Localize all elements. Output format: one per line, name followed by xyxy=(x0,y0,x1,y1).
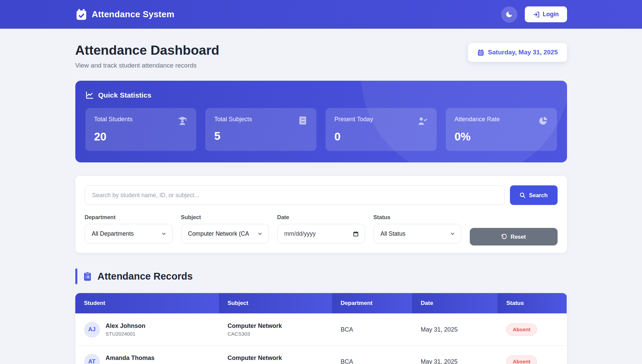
subject-name: Computer Network xyxy=(228,322,323,330)
stat-value: 0% xyxy=(455,130,548,143)
date-input[interactable]: mm/dd/yyyy xyxy=(277,224,365,243)
app-header: Attendance System Login xyxy=(0,0,642,29)
date-badge-label: Saturday, May 31, 2025 xyxy=(488,49,558,56)
brand-title: Attendance System xyxy=(92,9,175,20)
stat-value: 20 xyxy=(94,130,188,143)
stat-card-total-subjects: Total Subjects 5 xyxy=(205,108,316,151)
heading-accent-bar xyxy=(75,268,77,284)
department-value: BCA xyxy=(332,351,412,364)
date-value: May 31, 2025 xyxy=(412,351,497,364)
page-title: Attendance Dashboard xyxy=(75,43,220,58)
pie-chart-icon xyxy=(538,116,548,126)
login-button[interactable]: Login xyxy=(525,6,567,22)
reset-button-label: Reset xyxy=(511,234,526,240)
avatar: AJ xyxy=(84,322,100,338)
undo-icon xyxy=(501,234,507,240)
theme-toggle-button[interactable] xyxy=(501,6,517,23)
status-badge: Absent xyxy=(506,323,537,336)
search-button[interactable]: Search xyxy=(510,185,558,205)
date-value: May 31, 2025 xyxy=(412,319,497,340)
attendance-table: Student Subject Department Date Status A… xyxy=(75,293,567,364)
student-name: Alex Johnson xyxy=(106,322,146,330)
subject-name: Computer Network xyxy=(228,355,323,362)
calendar-check-icon xyxy=(75,8,87,21)
records-title: Attendance Records xyxy=(98,271,193,282)
stat-label: Total Subjects xyxy=(214,116,252,123)
stat-label: Attendance Rate xyxy=(455,116,500,123)
column-header-student: Student xyxy=(75,293,219,313)
avatar: AT xyxy=(84,354,100,364)
book-icon xyxy=(298,116,308,125)
calendar-icon xyxy=(477,49,484,56)
stat-card-attendance-rate: Attendance Rate 0% xyxy=(446,108,557,151)
search-icon xyxy=(519,192,525,198)
status-select[interactable]: All Status xyxy=(374,224,461,243)
stat-value: 0 xyxy=(334,130,428,143)
stat-label: Present Today xyxy=(334,116,373,123)
department-select-value: All Departments xyxy=(92,230,134,237)
calendar-picker-icon[interactable] xyxy=(353,231,359,237)
stat-value: 5 xyxy=(214,130,308,142)
graduation-cap-icon xyxy=(177,116,187,126)
user-check-icon xyxy=(417,116,428,126)
subject-code: CACS303 xyxy=(228,331,323,337)
brand: Attendance System xyxy=(75,8,175,21)
subject-select-value: Computer Network (CA xyxy=(188,230,249,237)
filter-card: Search Department All Departments Subjec… xyxy=(75,176,567,253)
login-label: Login xyxy=(543,11,559,18)
table-header-row: Student Subject Department Date Status xyxy=(75,293,567,313)
quick-statistics-title: Quick Statistics xyxy=(98,91,152,99)
stat-card-present-today: Present Today 0 xyxy=(326,108,437,151)
column-header-subject: Subject xyxy=(219,293,332,313)
status-select-value: All Status xyxy=(381,230,406,237)
status-badge: Absent xyxy=(506,356,537,364)
chevron-down-icon xyxy=(450,231,455,236)
date-input-placeholder: mm/dd/yyyy xyxy=(284,230,316,237)
column-header-department: Department xyxy=(332,293,412,313)
student-id: STU2024001 xyxy=(106,331,146,337)
table-row: AJ Alex Johnson STU2024001 Computer Netw… xyxy=(75,313,567,345)
stat-card-total-students: Total Students 20 xyxy=(85,108,197,151)
date-label: Date xyxy=(277,214,365,220)
quick-statistics-card: Quick Statistics Total Students 20 xyxy=(75,81,567,162)
search-input[interactable] xyxy=(85,185,505,205)
moon-icon xyxy=(505,10,513,18)
department-label: Department xyxy=(85,214,173,220)
department-select[interactable]: All Departments xyxy=(85,224,173,243)
clipboard-list-icon xyxy=(82,271,93,282)
table-row: AT Amanda Thomas STU2024010 Computer Net… xyxy=(75,345,567,364)
department-value: BCA xyxy=(332,319,412,340)
reset-button[interactable]: Reset xyxy=(470,228,558,245)
chevron-down-icon xyxy=(258,231,262,236)
login-arrow-icon xyxy=(533,11,540,18)
chevron-down-icon xyxy=(161,231,166,236)
column-header-date: Date xyxy=(412,293,497,313)
status-label: Status xyxy=(374,214,461,220)
chart-line-icon xyxy=(85,91,94,99)
subject-label: Subject xyxy=(181,214,269,220)
subject-select[interactable]: Computer Network (CA xyxy=(181,224,269,243)
stat-label: Total Students xyxy=(94,116,133,123)
date-badge: Saturday, May 31, 2025 xyxy=(468,43,567,62)
column-header-status: Status xyxy=(497,293,567,313)
search-button-label: Search xyxy=(529,192,547,199)
page-subtitle: View and track student attendance record… xyxy=(75,62,220,69)
student-name: Amanda Thomas xyxy=(106,355,155,362)
